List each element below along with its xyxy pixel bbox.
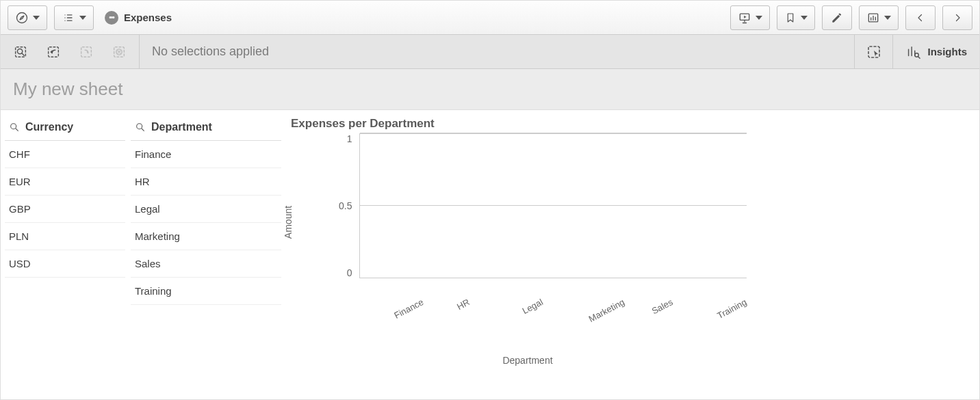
clear-selections-button[interactable] <box>112 44 127 59</box>
app-title: ••• Expenses <box>105 11 172 25</box>
caret-down-icon <box>756 16 762 20</box>
insights-label: Insights <box>927 46 967 57</box>
list-item[interactable]: Marketing <box>131 223 281 250</box>
caret-down-icon <box>801 16 808 20</box>
sheets-dropdown-button[interactable] <box>859 5 899 30</box>
chevron-left-icon <box>914 11 927 25</box>
caret-down-icon <box>79 16 86 20</box>
svg-rect-9 <box>868 46 879 57</box>
presentation-icon <box>738 11 751 25</box>
sheet-title-bar: My new sheet <box>1 69 979 110</box>
list-item[interactable]: Finance <box>131 141 281 168</box>
selections-tool-button[interactable] <box>854 35 892 68</box>
svg-point-11 <box>11 124 16 129</box>
list-item[interactable]: GBP <box>5 196 125 223</box>
filter-department: Department FinanceHRLegalMarketingSalesT… <box>131 117 281 392</box>
app-toolbar: ••• Expenses <box>1 1 979 35</box>
step-back-button[interactable] <box>46 44 61 59</box>
filter-pane: Currency CHFEURGBPPLNUSD Department Fina… <box>5 117 281 392</box>
chart-x-axis-label: Department <box>502 355 552 366</box>
caret-down-icon <box>33 16 40 20</box>
chevron-right-icon <box>951 11 964 25</box>
search-icon <box>9 122 20 133</box>
svg-point-0 <box>17 12 27 23</box>
navigation-dropdown-button[interactable] <box>8 5 47 30</box>
list-item[interactable]: EUR <box>5 168 125 196</box>
svg-rect-6 <box>81 46 92 57</box>
filter-department-label: Department <box>151 121 212 133</box>
app-title-label: Expenses <box>124 12 172 23</box>
svg-rect-5 <box>49 46 59 57</box>
selections-bar: No selections applied Insights <box>1 35 979 69</box>
story-dropdown-button[interactable] <box>730 5 770 30</box>
svg-point-12 <box>137 124 142 129</box>
edit-sheet-button[interactable] <box>822 5 852 30</box>
step-forward-button[interactable] <box>79 44 94 59</box>
insights-icon <box>905 44 920 59</box>
list-item[interactable]: CHF <box>5 141 125 168</box>
chart-title: Expenses per Department <box>291 117 968 131</box>
chart-y-axis-label: Amount <box>283 206 294 239</box>
sheet-canvas: Currency CHFEURGBPPLNUSD Department Fina… <box>1 110 979 399</box>
compass-icon <box>15 11 29 25</box>
list-item[interactable]: Legal <box>131 196 281 223</box>
list-item[interactable]: Sales <box>131 250 281 278</box>
sheet-title[interactable]: My new sheet <box>13 79 122 100</box>
list-item[interactable]: USD <box>5 250 125 278</box>
filter-currency-header[interactable]: Currency <box>5 117 125 141</box>
filter-department-header[interactable]: Department <box>131 117 281 141</box>
sheet-chart-icon <box>866 11 880 25</box>
smart-search-button[interactable] <box>13 44 28 59</box>
caret-down-icon <box>884 16 891 20</box>
bookmark-icon <box>784 11 797 25</box>
chart-x-ticks: FinanceHRLegalMarketingSalesTraining <box>359 281 747 311</box>
chart-plot-area <box>359 133 747 278</box>
bookmarks-dropdown-button[interactable] <box>777 5 815 30</box>
pencil-icon <box>830 11 844 25</box>
app-icon: ••• <box>105 11 118 25</box>
selections-message: No selections applied <box>140 35 854 68</box>
list-item[interactable]: PLN <box>5 223 125 250</box>
list-item[interactable]: HR <box>131 168 281 196</box>
chart-object[interactable]: Expenses per Department Amount 10.50 Fin… <box>281 117 975 392</box>
prev-sheet-button[interactable] <box>905 5 936 30</box>
next-sheet-button[interactable] <box>942 5 972 30</box>
filter-currency: Currency CHFEURGBPPLNUSD <box>5 117 125 392</box>
list-item[interactable]: Training <box>131 278 281 305</box>
chart-y-ticks: 10.50 <box>339 133 352 278</box>
list-icon <box>62 11 75 25</box>
insights-button[interactable]: Insights <box>892 35 979 68</box>
search-icon <box>135 122 146 133</box>
filter-currency-label: Currency <box>25 121 73 133</box>
assets-dropdown-button[interactable] <box>54 5 94 30</box>
